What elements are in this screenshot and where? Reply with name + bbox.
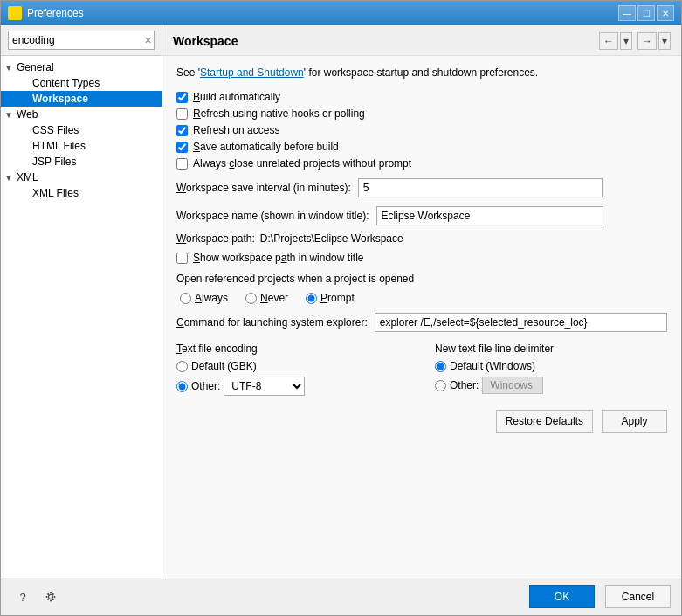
show-path-checkbox[interactable] bbox=[176, 253, 188, 264]
sidebar-item-content-types[interactable]: Content Types bbox=[1, 75, 162, 91]
show-path-row: Show workspace path in window title bbox=[176, 252, 667, 264]
delimiter-other-radio[interactable] bbox=[435, 380, 446, 391]
workspace-path-row: Workspace path: D:\Projects\Eclipse Work… bbox=[176, 232, 667, 245]
command-label: Command for launching system explorer: bbox=[176, 316, 368, 329]
title-bar-controls: — ☐ ✕ bbox=[618, 5, 674, 21]
sidebar-item-html-files[interactable]: HTML Files bbox=[1, 138, 162, 154]
checkbox-row-save-auto: Save automatically before build bbox=[176, 141, 667, 153]
close-unrelated-checkbox[interactable] bbox=[176, 158, 188, 170]
title-bar-left: Preferences bbox=[8, 6, 84, 20]
delimiter-default-row: Default (Windows) bbox=[435, 360, 667, 372]
sidebar-item-label: HTML Files bbox=[32, 140, 86, 152]
svg-point-11 bbox=[47, 599, 49, 600]
radio-never-label: Never bbox=[260, 292, 288, 304]
cancel-button[interactable]: Cancel bbox=[605, 585, 671, 608]
settings-button[interactable] bbox=[39, 585, 62, 608]
encoding-section: Text file encoding Default (GBK) Other: … bbox=[176, 343, 667, 396]
build-auto-checkbox[interactable] bbox=[176, 92, 188, 103]
radio-group-projects: Always Never Prompt bbox=[180, 292, 667, 304]
restore-apply-row: Restore Defaults Apply bbox=[176, 410, 667, 433]
sidebar-item-workspace[interactable]: Workspace bbox=[1, 91, 162, 107]
encoding-other-label: Other: bbox=[191, 380, 220, 392]
checkbox-row-close-unrelated: Always close unrelated projects without … bbox=[176, 157, 667, 170]
sidebar-item-jsp-files[interactable]: JSP Files bbox=[1, 154, 162, 170]
build-auto-label: Build automatically bbox=[193, 91, 280, 103]
delimiter-default-radio[interactable] bbox=[435, 361, 446, 372]
nav-forward-dropdown-button[interactable]: ▾ bbox=[658, 32, 671, 50]
command-section: Command for launching system explorer: bbox=[176, 313, 667, 332]
bottom-left: ? bbox=[11, 585, 62, 608]
svg-point-3 bbox=[49, 595, 53, 599]
search-area: ✕ bbox=[1, 25, 162, 56]
radio-never[interactable] bbox=[245, 293, 257, 304]
save-interval-input[interactable] bbox=[358, 178, 603, 197]
sidebar-item-css-files[interactable]: CSS Files bbox=[1, 122, 162, 138]
delimiter-other-row: Other: Windows bbox=[435, 377, 667, 394]
radio-always-row: Always bbox=[180, 292, 228, 304]
refresh-access-checkbox[interactable] bbox=[176, 125, 188, 136]
line-delimiter-group: New text file line delimiter Default (Wi… bbox=[435, 343, 667, 396]
command-input[interactable] bbox=[375, 313, 667, 332]
startup-shutdown-link[interactable]: Startup and Shutdown bbox=[200, 66, 304, 79]
delimiter-default-label: Default (Windows) bbox=[450, 360, 535, 372]
nav-back-dropdown-button[interactable]: ▾ bbox=[620, 32, 632, 50]
save-interval-row: Workspace save interval (in minutes): bbox=[176, 178, 667, 197]
encoding-other-radio[interactable] bbox=[176, 381, 188, 392]
encoding-default-radio[interactable] bbox=[176, 361, 188, 372]
checkbox-row-refresh-hooks: Refresh using native hooks or polling bbox=[176, 107, 667, 120]
nav-back-button[interactable]: ← bbox=[599, 32, 618, 50]
svg-point-8 bbox=[47, 593, 49, 595]
preferences-window: Preferences — ☐ ✕ ✕ ▼ General bbox=[0, 0, 682, 616]
expand-icon: ▼ bbox=[4, 110, 15, 120]
sidebar-item-xml-files[interactable]: XML Files bbox=[1, 185, 162, 201]
nav-buttons: ← ▾ → ▾ bbox=[599, 32, 671, 50]
sidebar-item-label: XML Files bbox=[32, 187, 79, 199]
sidebar-item-general[interactable]: ▼ General bbox=[1, 59, 162, 75]
open-projects-section: Open referenced projects when a project … bbox=[176, 273, 667, 304]
help-button[interactable]: ? bbox=[11, 585, 34, 608]
svg-point-6 bbox=[46, 596, 48, 598]
radio-always-label: Always bbox=[195, 292, 228, 304]
radio-always[interactable] bbox=[180, 293, 191, 304]
delimiter-other-label: Other: bbox=[450, 379, 479, 391]
sidebar-item-label: Workspace bbox=[32, 93, 88, 105]
line-delimiter-title: New text file line delimiter bbox=[435, 343, 667, 355]
panel-title: Workspace bbox=[173, 34, 238, 48]
sidebar-item-web[interactable]: ▼ Web bbox=[1, 107, 162, 122]
close-unrelated-label: Always close unrelated projects without … bbox=[193, 157, 411, 170]
workspace-path-label: Workspace path: bbox=[176, 232, 255, 245]
command-row: Command for launching system explorer: bbox=[176, 313, 667, 332]
clear-search-button[interactable]: ✕ bbox=[144, 36, 152, 45]
restore-defaults-button[interactable]: Restore Defaults bbox=[496, 410, 593, 433]
apply-button[interactable]: Apply bbox=[602, 410, 667, 433]
svg-line-2 bbox=[15, 13, 17, 15]
right-content: See 'Startup and Shutdown' for workspace… bbox=[162, 56, 681, 578]
nav-forward-button[interactable]: → bbox=[637, 32, 657, 50]
sidebar-item-label: CSS Files bbox=[32, 124, 79, 136]
save-auto-label: Save automatically before build bbox=[193, 141, 339, 153]
window-title: Preferences bbox=[27, 7, 84, 19]
text-encoding-title: Text file encoding bbox=[176, 343, 409, 355]
text-encoding-group: Text file encoding Default (GBK) Other: … bbox=[176, 343, 409, 396]
refresh-access-label: Refresh on access bbox=[193, 124, 279, 136]
refresh-hooks-checkbox[interactable] bbox=[176, 108, 188, 120]
maximize-button[interactable]: ☐ bbox=[637, 5, 655, 21]
save-interval-label: Workspace save interval (in minutes): bbox=[176, 182, 351, 194]
radio-prompt[interactable] bbox=[306, 293, 317, 304]
save-auto-checkbox[interactable] bbox=[176, 142, 188, 153]
encoding-other-select[interactable]: UTF-8 UTF-16 ISO-8859-1 bbox=[224, 377, 305, 396]
sidebar-item-label: General bbox=[17, 61, 54, 73]
encoding-default-label: Default (GBK) bbox=[191, 360, 257, 372]
workspace-name-input[interactable] bbox=[376, 206, 603, 225]
checkbox-row-refresh-access: Refresh on access bbox=[176, 124, 667, 136]
sidebar-item-xml[interactable]: ▼ XML bbox=[1, 170, 162, 185]
search-input[interactable] bbox=[8, 31, 155, 50]
minimize-button[interactable]: — bbox=[618, 5, 636, 21]
ok-button[interactable]: OK bbox=[529, 585, 595, 608]
workspace-name-row: Workspace name (shown in window title): bbox=[176, 206, 667, 225]
encoding-default-row: Default (GBK) bbox=[176, 360, 409, 372]
workspace-path-value: D:\Projects\Eclipse Workspace bbox=[260, 232, 403, 245]
sidebar-item-label: XML bbox=[17, 171, 38, 183]
close-button[interactable]: ✕ bbox=[657, 5, 674, 21]
sidebar-item-label: Content Types bbox=[32, 77, 100, 89]
